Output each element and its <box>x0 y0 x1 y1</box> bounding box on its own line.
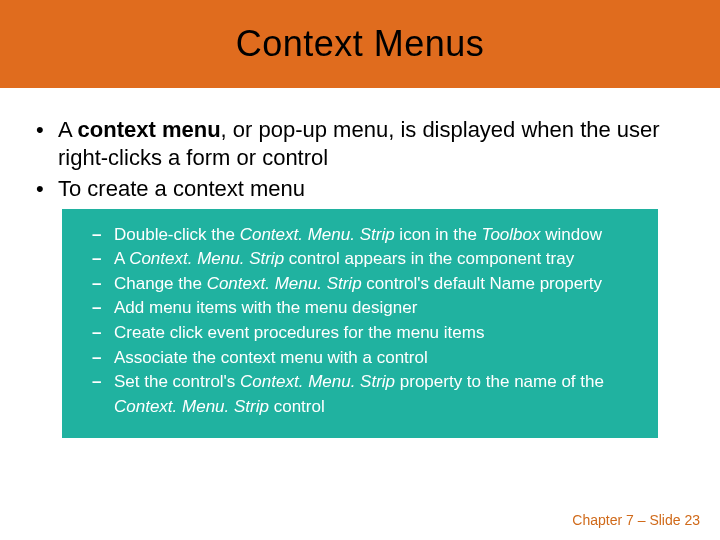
term: Context. Menu. Strip <box>240 225 395 244</box>
term: Context. Menu. Strip <box>129 249 284 268</box>
sub-3: Change the Context. Menu. Strip control'… <box>82 272 638 297</box>
bullet-2: To create a context menu <box>28 175 692 203</box>
term: Context. Menu. Strip <box>207 274 362 293</box>
top-bullet-list: A context menu, or pop-up menu, is displ… <box>28 116 692 203</box>
term: Context. Menu. Strip <box>114 397 269 416</box>
text: control's default Name property <box>362 274 602 293</box>
title-bar: Context Menus <box>0 0 720 88</box>
slide-content: A context menu, or pop-up menu, is displ… <box>0 88 720 438</box>
text: Set the control's <box>114 372 240 391</box>
sub-1: Double-click the Context. Menu. Strip ic… <box>82 223 638 248</box>
term: Context. Menu. Strip <box>240 372 395 391</box>
slide-footer: Chapter 7 – Slide 23 <box>572 512 700 528</box>
text: property to the name of the <box>395 372 604 391</box>
text: icon in the <box>395 225 482 244</box>
text: Change the <box>114 274 207 293</box>
text: Double-click the <box>114 225 240 244</box>
sub-2: A Context. Menu. Strip control appears i… <box>82 247 638 272</box>
sub-bullet-list: Double-click the Context. Menu. Strip ic… <box>82 223 638 420</box>
sub-7: Set the control's Context. Menu. Strip p… <box>82 370 638 419</box>
sub-4: Add menu items with the menu designer <box>82 296 638 321</box>
text: window <box>541 225 602 244</box>
sub-5: Create click event procedures for the me… <box>82 321 638 346</box>
text: A <box>114 249 129 268</box>
term-context-menu: context menu <box>78 117 221 142</box>
sub-steps-box: Double-click the Context. Menu. Strip ic… <box>62 209 658 438</box>
text: control appears in the component tray <box>284 249 574 268</box>
text: A <box>58 117 78 142</box>
bullet-1: A context menu, or pop-up menu, is displ… <box>28 116 692 171</box>
term: Toolbox <box>482 225 541 244</box>
text: control <box>269 397 325 416</box>
sub-6: Associate the context menu with a contro… <box>82 346 638 371</box>
slide-title: Context Menus <box>236 23 485 65</box>
